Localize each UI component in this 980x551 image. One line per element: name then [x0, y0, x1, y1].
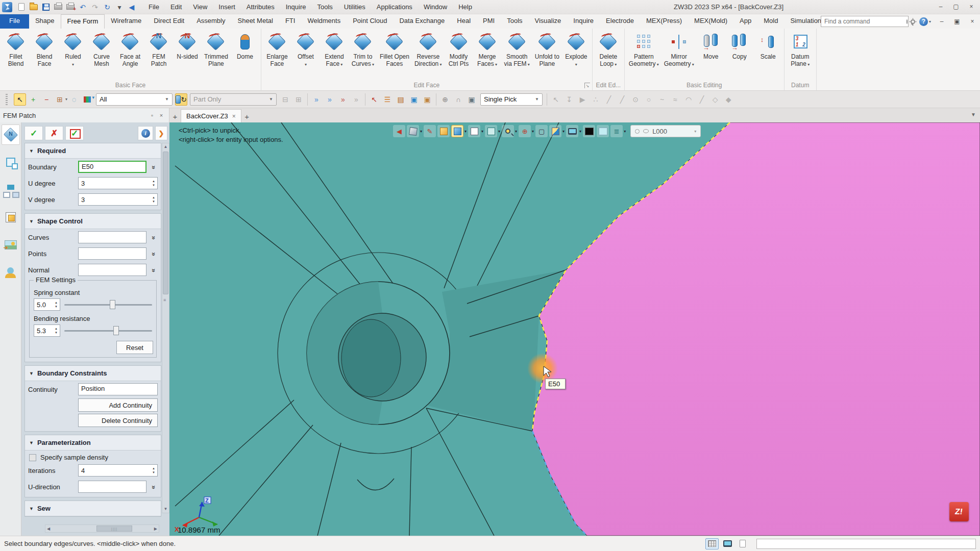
ribbon-button-scale[interactable]: ↕Scale [754, 31, 782, 61]
ribbon-button-fillet-blend[interactable]: FilletBlend [2, 31, 30, 68]
reset-button[interactable]: Reset [116, 341, 153, 354]
play-icon[interactable]: ▶ [576, 93, 589, 106]
points-input[interactable] [78, 247, 146, 260]
dropdown-caret-icon[interactable]: ▾ [305, 62, 307, 67]
u-direction-input[interactable] [78, 481, 146, 493]
tab-heal[interactable]: Heal [451, 14, 477, 29]
tab-assembly[interactable]: Assembly [190, 14, 231, 29]
menu-view[interactable]: View [187, 1, 213, 13]
zoom-mode-icon[interactable] [502, 125, 514, 137]
section-view-icon-dropdown[interactable]: ▾ [562, 129, 565, 134]
hidden-line-mode-icon-dropdown[interactable]: ▾ [498, 129, 500, 134]
shade-mode-icon[interactable] [451, 125, 463, 137]
polyline-tool-icon[interactable]: ╱ [616, 93, 628, 106]
tab-mold[interactable]: Mold [757, 14, 784, 29]
panel-close-icon[interactable]: × [157, 111, 166, 119]
dropdown-caret-icon[interactable]: ▼ [269, 97, 273, 102]
spring-constant-spinner[interactable]: 5.0 ▲▼ [34, 298, 60, 311]
view-manager-icon[interactable] [2, 207, 20, 228]
bending-resistance-slider[interactable] [64, 330, 152, 332]
shade-region-icon[interactable]: ▣ [465, 93, 478, 106]
constraint-link-icon[interactable]: ⊟ [279, 93, 291, 106]
escape-pick-icon[interactable]: ↖ [368, 93, 380, 106]
visual-manager-icon[interactable] [2, 235, 20, 255]
undo-icon[interactable]: ↶ [77, 2, 88, 13]
status-input-field[interactable] [756, 539, 976, 549]
curves-expand-icon[interactable]: » [150, 233, 158, 241]
input-list-icon[interactable]: ☰ [381, 93, 394, 106]
scroll-right-icon[interactable]: ▶ [154, 527, 157, 531]
new-file-icon[interactable] [16, 2, 27, 13]
constraint-unlink-icon[interactable]: ⊞ [292, 93, 305, 106]
scope-combo[interactable]: Part Only▼ [190, 93, 277, 106]
scroll-up-icon[interactable]: ▲ [162, 143, 169, 151]
close-button[interactable]: × [964, 0, 979, 13]
ribbon-button-unfold-to-plane[interactable]: Unfold toPlane [532, 31, 562, 68]
spin-center-icon-dropdown[interactable]: ▾ [532, 129, 534, 134]
ok-button[interactable]: ✓ [24, 126, 43, 140]
regen-icon[interactable]: ↻ [102, 2, 113, 13]
panel-vertical-scrollbar[interactable]: ▲ ≡ ▼ [162, 143, 169, 513]
info-button[interactable]: i [138, 126, 153, 140]
section-shape-control-header[interactable]: ▼ Shape Control [25, 214, 161, 229]
section-view-icon[interactable] [549, 125, 561, 137]
tab-visualize[interactable]: Visualize [529, 14, 568, 29]
tab-fti[interactable]: FTI [279, 14, 302, 29]
tab-mex-press[interactable]: MEX(Press) [640, 14, 688, 29]
scrollbar-thumb[interactable]: |||| [96, 525, 132, 532]
dropdown-caret-icon[interactable]: ▾ [656, 62, 659, 67]
continuity-input[interactable]: Position [78, 383, 158, 395]
circle-center-icon[interactable]: ⊙ [629, 93, 642, 106]
menu-tools[interactable]: Tools [312, 1, 338, 13]
role-manager-icon[interactable] [2, 262, 20, 283]
tab-direct-edit[interactable]: Direct Edit [148, 14, 190, 29]
display-settings-icon-dropdown[interactable]: ▾ [579, 129, 581, 134]
ribbon-button-n-sided[interactable]: NN-sided [173, 31, 202, 61]
new-tab-button[interactable]: + [241, 110, 253, 122]
cancel-button[interactable]: ✗ [45, 126, 63, 140]
menu-inquire[interactable]: Inquire [280, 1, 312, 13]
layer-visibility-icon-dropdown[interactable]: ▾ [624, 129, 626, 134]
filter-combo[interactable]: All▼ [96, 93, 173, 106]
tab-app[interactable]: App [733, 14, 757, 29]
bending-resistance-spinner[interactable]: 5.3 ▲▼ [34, 324, 60, 337]
help-icon[interactable]: ? [919, 17, 928, 26]
add-continuity-button[interactable]: Add Continuity [78, 398, 158, 412]
background-cyan-swatch[interactable] [597, 125, 609, 137]
shade-mode-icon-dropdown[interactable]: ▾ [464, 129, 467, 134]
spinner-arrows-icon[interactable]: ▲▼ [53, 301, 60, 308]
fem-patch-panel-icon[interactable] [2, 124, 20, 145]
dropdown-caret-icon[interactable]: ▾ [339, 62, 342, 67]
panel-restore-icon[interactable]: ▫ [148, 111, 157, 119]
section-required-header[interactable]: ▼ Required [25, 143, 161, 159]
selection-filter-icon[interactable] [81, 93, 93, 106]
document-tab-close-icon[interactable]: × [232, 113, 236, 120]
material-jar-icon[interactable]: ▣ [408, 93, 420, 106]
hidden-line-mode-icon[interactable] [485, 125, 497, 137]
pick-mode-combo[interactable]: Single Pick▼ [480, 93, 543, 106]
ribbon-button-delete-loop[interactable]: DeleteLoop ▾ [594, 31, 623, 69]
layer-combo[interactable]: L000▾ [630, 125, 701, 137]
dropdown-caret-icon[interactable]: ▾ [72, 62, 74, 67]
tab-file[interactable]: File [0, 14, 29, 29]
ribbon-button-copy[interactable]: →Copy [725, 31, 754, 61]
pick-arrow-icon[interactable]: ↖ [14, 93, 26, 106]
curves-input[interactable] [78, 231, 146, 243]
tab-mex-mold[interactable]: MEX(Mold) [688, 14, 733, 29]
layer-visibility-icon[interactable]: ≣ [610, 125, 623, 137]
section-parameterization-header[interactable]: ▼ Parameterization [25, 435, 161, 450]
menu-attributes[interactable]: Attributes [241, 1, 280, 13]
boundary-expand-icon[interactable]: » [150, 163, 158, 171]
dropdown-caret-icon[interactable]: ▼ [535, 97, 539, 102]
tab-data-exchange[interactable]: Data Exchange [393, 14, 451, 29]
iterations-spinner[interactable]: 4 ▲▼ [78, 464, 158, 477]
ribbon-button-curve-mesh[interactable]: CurveMesh [87, 31, 116, 68]
bore-inner-wall[interactable] [341, 319, 401, 397]
ribbon-button-modify-ctrl-pts[interactable]: ModifyCtrl Pts [445, 31, 473, 68]
exit-icon[interactable]: ◀ [393, 125, 405, 137]
window-zoom-icon[interactable]: ▢ [535, 125, 548, 137]
menu-edit[interactable]: Edit [165, 1, 187, 13]
ribbon-button-explode[interactable]: Explode▾ [562, 31, 591, 69]
ribbon-button-trim-to-curves[interactable]: Trim toCurves ▾ [349, 31, 377, 69]
settings-gear-icon[interactable] [911, 19, 915, 24]
